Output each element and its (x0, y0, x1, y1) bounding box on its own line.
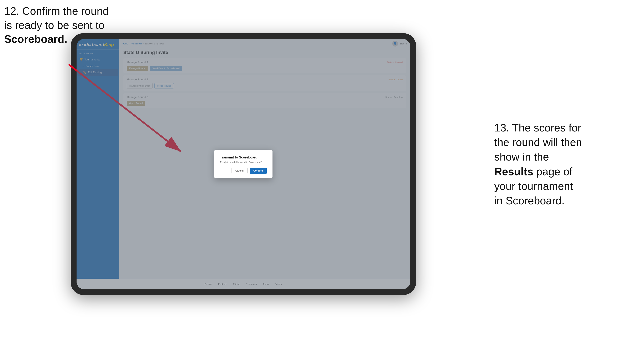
annotation-line2: is ready to be sent to (4, 19, 105, 31)
modal-subtitle: Ready to send this round to Scoreboard? (220, 161, 267, 164)
tablet-screen: leaderboardKing MAIN MENU 🏆 Tournaments … (76, 39, 410, 289)
confirm-button[interactable]: Confirm (250, 168, 267, 174)
main-content: Home › Tournaments › State U Spring Invi… (119, 39, 410, 279)
cancel-button[interactable]: Cancel (232, 168, 248, 174)
annotation-line1: 12. Confirm the round (4, 5, 109, 17)
annotation-right: 13. The scores for the round will then s… (494, 121, 636, 208)
modal-overlay: Transmit to Scoreboard Ready to send thi… (119, 39, 410, 279)
annotation-right-text: 13. The scores for the round will then s… (494, 122, 582, 207)
modal-title: Transmit to Scoreboard (220, 156, 267, 159)
annotation-line3: Scoreboard. (4, 33, 67, 45)
modal-actions: Cancel Confirm (220, 168, 267, 174)
transmit-modal: Transmit to Scoreboard Ready to send thi… (214, 150, 272, 178)
app-layout: leaderboardKing MAIN MENU 🏆 Tournaments … (76, 39, 410, 279)
tablet-frame: leaderboardKing MAIN MENU 🏆 Tournaments … (71, 33, 416, 295)
